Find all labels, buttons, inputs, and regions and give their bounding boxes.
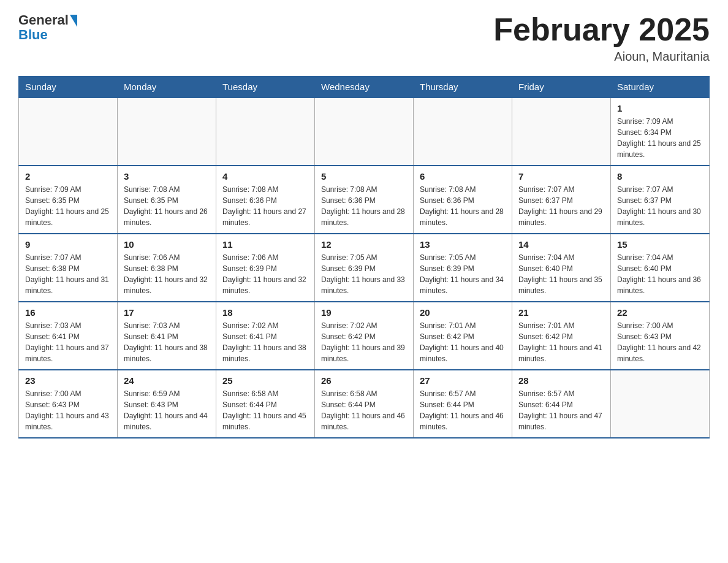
day-info: Sunrise: 7:02 AM Sunset: 6:41 PM Dayligh… bbox=[222, 320, 308, 364]
day-info: Sunrise: 6:59 AM Sunset: 6:43 PM Dayligh… bbox=[124, 388, 210, 432]
location-text: Aioun, Mauritania bbox=[493, 50, 710, 64]
day-info: Sunrise: 7:00 AM Sunset: 6:43 PM Dayligh… bbox=[617, 320, 703, 364]
calendar-cell: 10Sunrise: 7:06 AM Sunset: 6:38 PM Dayli… bbox=[118, 234, 216, 302]
day-of-week-header: Sunday bbox=[19, 77, 118, 98]
day-number: 22 bbox=[617, 307, 703, 318]
calendar-cell: 1Sunrise: 7:09 AM Sunset: 6:34 PM Daylig… bbox=[611, 98, 710, 166]
day-info: Sunrise: 6:58 AM Sunset: 6:44 PM Dayligh… bbox=[321, 388, 407, 432]
calendar-cell: 24Sunrise: 6:59 AM Sunset: 6:43 PM Dayli… bbox=[118, 370, 216, 438]
calendar-cell: 13Sunrise: 7:05 AM Sunset: 6:39 PM Dayli… bbox=[414, 234, 512, 302]
day-info: Sunrise: 7:05 AM Sunset: 6:39 PM Dayligh… bbox=[321, 252, 407, 296]
day-number: 28 bbox=[518, 375, 604, 386]
calendar-cell: 11Sunrise: 7:06 AM Sunset: 6:39 PM Dayli… bbox=[216, 234, 315, 302]
day-info: Sunrise: 7:07 AM Sunset: 6:37 PM Dayligh… bbox=[518, 184, 604, 228]
day-info: Sunrise: 7:08 AM Sunset: 6:35 PM Dayligh… bbox=[124, 184, 210, 228]
calendar-cell: 3Sunrise: 7:08 AM Sunset: 6:35 PM Daylig… bbox=[118, 166, 216, 234]
calendar-cell: 27Sunrise: 6:57 AM Sunset: 6:44 PM Dayli… bbox=[414, 370, 512, 438]
calendar-cell: 18Sunrise: 7:02 AM Sunset: 6:41 PM Dayli… bbox=[216, 302, 315, 370]
day-number: 9 bbox=[25, 239, 111, 250]
calendar-cell bbox=[512, 98, 611, 166]
calendar-week-row: 23Sunrise: 7:00 AM Sunset: 6:43 PM Dayli… bbox=[19, 370, 710, 438]
day-number: 15 bbox=[617, 239, 703, 250]
calendar-cell: 25Sunrise: 6:58 AM Sunset: 6:44 PM Dayli… bbox=[216, 370, 315, 438]
calendar-cell: 8Sunrise: 7:07 AM Sunset: 6:37 PM Daylig… bbox=[611, 166, 710, 234]
day-number: 13 bbox=[420, 239, 506, 250]
day-number: 24 bbox=[124, 375, 210, 386]
page-header: General Blue February 2025 Aioun, Maurit… bbox=[18, 12, 710, 64]
day-info: Sunrise: 7:06 AM Sunset: 6:38 PM Dayligh… bbox=[124, 252, 210, 296]
day-number: 4 bbox=[222, 171, 308, 182]
day-number: 20 bbox=[420, 307, 506, 318]
day-of-week-header: Saturday bbox=[611, 77, 710, 98]
calendar-cell: 17Sunrise: 7:03 AM Sunset: 6:41 PM Dayli… bbox=[118, 302, 216, 370]
calendar-week-row: 9Sunrise: 7:07 AM Sunset: 6:38 PM Daylig… bbox=[19, 234, 710, 302]
calendar-cell bbox=[414, 98, 512, 166]
calendar-cell bbox=[611, 370, 710, 438]
day-info: Sunrise: 6:57 AM Sunset: 6:44 PM Dayligh… bbox=[518, 388, 604, 432]
day-info: Sunrise: 7:04 AM Sunset: 6:40 PM Dayligh… bbox=[617, 252, 703, 296]
calendar-cell: 14Sunrise: 7:04 AM Sunset: 6:40 PM Dayli… bbox=[512, 234, 611, 302]
logo-triangle-icon bbox=[70, 15, 77, 27]
title-area: February 2025 Aioun, Mauritania bbox=[493, 12, 710, 64]
day-number: 8 bbox=[617, 171, 703, 182]
day-info: Sunrise: 7:02 AM Sunset: 6:42 PM Dayligh… bbox=[321, 320, 407, 364]
day-number: 17 bbox=[124, 307, 210, 318]
calendar-cell: 22Sunrise: 7:00 AM Sunset: 6:43 PM Dayli… bbox=[611, 302, 710, 370]
calendar-header-row: SundayMondayTuesdayWednesdayThursdayFrid… bbox=[19, 77, 710, 98]
day-of-week-header: Wednesday bbox=[315, 77, 414, 98]
calendar-cell: 5Sunrise: 7:08 AM Sunset: 6:36 PM Daylig… bbox=[315, 166, 414, 234]
day-of-week-header: Monday bbox=[118, 77, 216, 98]
month-title: February 2025 bbox=[493, 12, 710, 47]
day-info: Sunrise: 7:05 AM Sunset: 6:39 PM Dayligh… bbox=[420, 252, 506, 296]
day-of-week-header: Friday bbox=[512, 77, 611, 98]
calendar-cell: 4Sunrise: 7:08 AM Sunset: 6:36 PM Daylig… bbox=[216, 166, 315, 234]
calendar-cell: 19Sunrise: 7:02 AM Sunset: 6:42 PM Dayli… bbox=[315, 302, 414, 370]
calendar-cell: 15Sunrise: 7:04 AM Sunset: 6:40 PM Dayli… bbox=[611, 234, 710, 302]
day-info: Sunrise: 7:04 AM Sunset: 6:40 PM Dayligh… bbox=[518, 252, 604, 296]
day-info: Sunrise: 7:09 AM Sunset: 6:35 PM Dayligh… bbox=[25, 184, 111, 228]
calendar-cell: 21Sunrise: 7:01 AM Sunset: 6:42 PM Dayli… bbox=[512, 302, 611, 370]
day-number: 25 bbox=[222, 375, 308, 386]
day-number: 11 bbox=[222, 239, 308, 250]
day-number: 10 bbox=[124, 239, 210, 250]
logo-general-text: General bbox=[18, 12, 69, 28]
calendar-cell: 23Sunrise: 7:00 AM Sunset: 6:43 PM Dayli… bbox=[19, 370, 118, 438]
day-info: Sunrise: 7:08 AM Sunset: 6:36 PM Dayligh… bbox=[222, 184, 308, 228]
calendar-cell bbox=[19, 98, 118, 166]
calendar-cell: 28Sunrise: 6:57 AM Sunset: 6:44 PM Dayli… bbox=[512, 370, 611, 438]
day-info: Sunrise: 7:03 AM Sunset: 6:41 PM Dayligh… bbox=[25, 320, 111, 364]
calendar-cell: 20Sunrise: 7:01 AM Sunset: 6:42 PM Dayli… bbox=[414, 302, 512, 370]
day-info: Sunrise: 7:09 AM Sunset: 6:34 PM Dayligh… bbox=[617, 116, 703, 160]
day-number: 21 bbox=[518, 307, 604, 318]
day-info: Sunrise: 7:07 AM Sunset: 6:38 PM Dayligh… bbox=[25, 252, 111, 296]
day-of-week-header: Tuesday bbox=[216, 77, 315, 98]
day-info: Sunrise: 7:03 AM Sunset: 6:41 PM Dayligh… bbox=[124, 320, 210, 364]
day-number: 14 bbox=[518, 239, 604, 250]
day-info: Sunrise: 7:08 AM Sunset: 6:36 PM Dayligh… bbox=[321, 184, 407, 228]
day-info: Sunrise: 6:57 AM Sunset: 6:44 PM Dayligh… bbox=[420, 388, 506, 432]
calendar-week-row: 2Sunrise: 7:09 AM Sunset: 6:35 PM Daylig… bbox=[19, 166, 710, 234]
calendar-cell bbox=[118, 98, 216, 166]
day-number: 5 bbox=[321, 171, 407, 182]
day-of-week-header: Thursday bbox=[414, 77, 512, 98]
day-number: 23 bbox=[25, 375, 111, 386]
calendar-cell: 6Sunrise: 7:08 AM Sunset: 6:36 PM Daylig… bbox=[414, 166, 512, 234]
day-number: 26 bbox=[321, 375, 407, 386]
calendar-cell: 16Sunrise: 7:03 AM Sunset: 6:41 PM Dayli… bbox=[19, 302, 118, 370]
day-number: 3 bbox=[124, 171, 210, 182]
logo: General Blue bbox=[18, 12, 77, 43]
calendar-cell: 2Sunrise: 7:09 AM Sunset: 6:35 PM Daylig… bbox=[19, 166, 118, 234]
day-number: 12 bbox=[321, 239, 407, 250]
calendar-week-row: 16Sunrise: 7:03 AM Sunset: 6:41 PM Dayli… bbox=[19, 302, 710, 370]
calendar-cell bbox=[315, 98, 414, 166]
day-info: Sunrise: 7:08 AM Sunset: 6:36 PM Dayligh… bbox=[420, 184, 506, 228]
day-number: 16 bbox=[25, 307, 111, 318]
calendar-table: SundayMondayTuesdayWednesdayThursdayFrid… bbox=[18, 76, 710, 439]
day-info: Sunrise: 7:01 AM Sunset: 6:42 PM Dayligh… bbox=[518, 320, 604, 364]
calendar-cell: 9Sunrise: 7:07 AM Sunset: 6:38 PM Daylig… bbox=[19, 234, 118, 302]
calendar-cell: 26Sunrise: 6:58 AM Sunset: 6:44 PM Dayli… bbox=[315, 370, 414, 438]
day-number: 19 bbox=[321, 307, 407, 318]
day-info: Sunrise: 7:00 AM Sunset: 6:43 PM Dayligh… bbox=[25, 388, 111, 432]
calendar-week-row: 1Sunrise: 7:09 AM Sunset: 6:34 PM Daylig… bbox=[19, 98, 710, 166]
day-number: 18 bbox=[222, 307, 308, 318]
